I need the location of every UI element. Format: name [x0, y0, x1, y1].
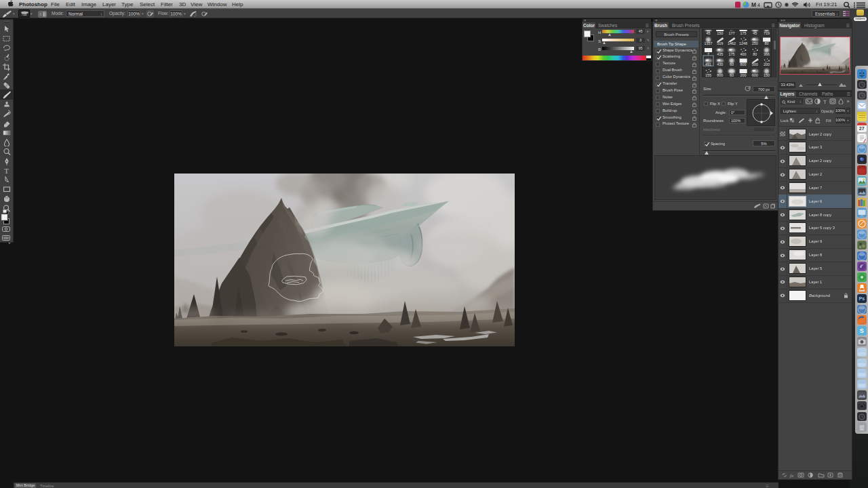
- svg-text:T: T: [4, 167, 9, 175]
- svg-text:430: 430: [717, 62, 723, 66]
- svg-text:200: 200: [741, 73, 747, 77]
- svg-text:60: 60: [730, 62, 734, 66]
- svg-text:4: 4: [757, 3, 760, 7]
- svg-text:1462: 1462: [728, 41, 736, 45]
- svg-text:519: 519: [717, 41, 723, 45]
- svg-text:500: 500: [752, 62, 758, 66]
- svg-text:250: 250: [752, 41, 758, 45]
- svg-text:60: 60: [730, 73, 734, 77]
- svg-text:177: 177: [728, 31, 734, 35]
- svg-text:M: M: [751, 1, 756, 8]
- svg-text:1357: 1357: [705, 41, 713, 45]
- svg-text:200: 200: [764, 62, 770, 66]
- svg-text:150: 150: [764, 73, 770, 77]
- svg-text:800: 800: [741, 62, 747, 66]
- svg-text:719: 719: [764, 31, 770, 35]
- svg-text:1248: 1248: [739, 41, 747, 45]
- svg-text:400: 400: [741, 52, 747, 56]
- svg-text:fx: fx: [790, 473, 794, 479]
- svg-text:80: 80: [765, 41, 769, 45]
- svg-text:150: 150: [717, 31, 723, 35]
- svg-text:800: 800: [717, 73, 723, 77]
- svg-text:155: 155: [705, 73, 711, 77]
- svg-text:175: 175: [728, 52, 734, 56]
- svg-text:366: 366: [764, 52, 770, 56]
- svg-text:600: 600: [752, 73, 758, 77]
- svg-text:T: T: [823, 99, 827, 105]
- svg-text:175: 175: [741, 31, 747, 35]
- svg-text:45: 45: [707, 31, 711, 35]
- svg-text:45: 45: [753, 31, 757, 35]
- svg-text:80: 80: [753, 52, 757, 56]
- svg-text:435: 435: [717, 52, 723, 56]
